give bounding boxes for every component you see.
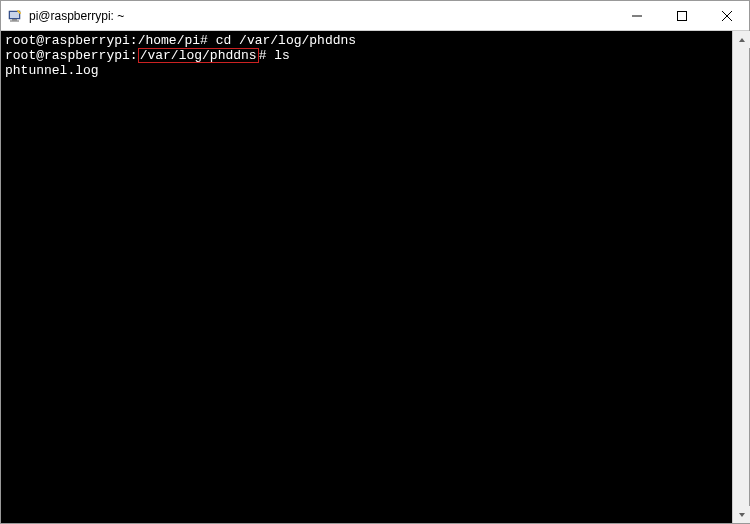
window-controls (614, 1, 749, 30)
prompt-sep: : (130, 33, 138, 48)
prompt-user: root@raspberrypi (5, 33, 130, 48)
scroll-up-button[interactable] (733, 31, 750, 48)
prompt-sep: : (130, 48, 138, 63)
terminal-output: phtunnel.log (5, 63, 728, 78)
svg-rect-3 (10, 20, 19, 21)
titlebar[interactable]: pi@raspberrypi: ~ (1, 1, 749, 31)
terminal-cursor (5, 80, 12, 93)
svg-rect-5 (677, 11, 686, 20)
scroll-track[interactable] (733, 48, 749, 506)
svg-rect-2 (12, 19, 17, 21)
svg-rect-1 (10, 12, 19, 18)
command-text: cd /var/log/phddns (216, 33, 356, 48)
putty-icon (7, 8, 23, 24)
prompt-user: root@raspberrypi (5, 48, 130, 63)
highlighted-path: /var/log/phddns (138, 48, 259, 63)
minimize-button[interactable] (614, 1, 659, 30)
window-title: pi@raspberrypi: ~ (29, 9, 614, 23)
prompt-end: # (259, 48, 275, 63)
terminal-window: pi@raspberrypi: ~ root@raspberrypi:/home… (0, 0, 750, 524)
terminal-content[interactable]: root@raspberrypi:/home/pi# cd /var/log/p… (1, 31, 732, 523)
terminal-area: root@raspberrypi:/home/pi# cd /var/log/p… (1, 31, 749, 523)
maximize-button[interactable] (659, 1, 704, 30)
prompt-end: # (200, 33, 216, 48)
prompt-path: /home/pi (138, 33, 200, 48)
vertical-scrollbar[interactable] (732, 31, 749, 523)
terminal-line: root@raspberrypi:/home/pi# cd /var/log/p… (5, 33, 728, 48)
terminal-line: root@raspberrypi:/var/log/phddns# ls (5, 48, 728, 63)
close-button[interactable] (704, 1, 749, 30)
cursor-line (5, 78, 728, 93)
scroll-down-button[interactable] (733, 506, 750, 523)
command-text: ls (274, 48, 290, 63)
